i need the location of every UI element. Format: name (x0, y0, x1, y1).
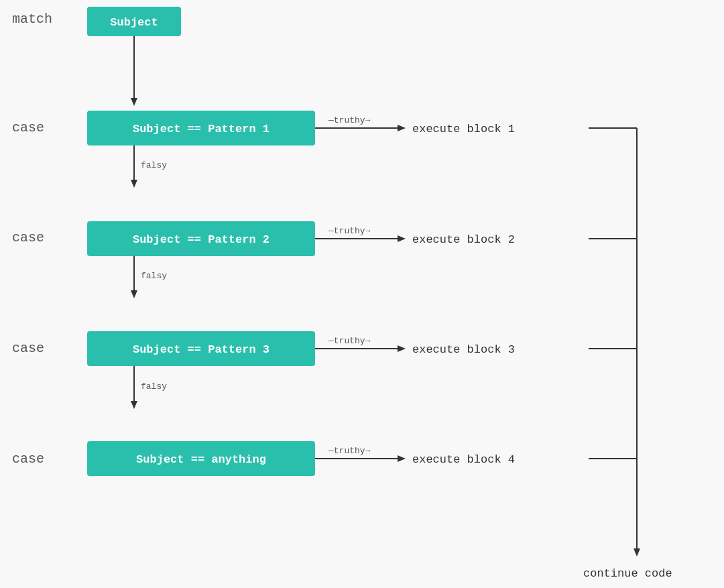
diagram-svg: match Subject case Subject == Pattern 1 … (0, 0, 724, 588)
truthy3-label: —truthy→ (328, 336, 371, 346)
pattern4-label: Subject == anything (136, 453, 266, 466)
arrow-subject-head (131, 98, 137, 106)
case3-keyword: case (12, 341, 44, 356)
truthy4-label: —truthy→ (328, 446, 371, 456)
falsy3-label: falsy (141, 381, 167, 392)
falsy2-head (131, 290, 137, 298)
truthy3-head (398, 345, 406, 352)
truthy2-label: —truthy→ (328, 226, 371, 236)
block4-label: execute block 4 (412, 453, 515, 466)
block3-label: execute block 3 (412, 343, 515, 356)
falsy2-label: falsy (141, 271, 167, 281)
truthy1-label: —truthy→ (328, 115, 371, 125)
case4-keyword: case (12, 451, 44, 467)
diagram: match Subject case Subject == Pattern 1 … (0, 0, 724, 588)
falsy3-head (131, 401, 137, 409)
truthy4-head (398, 455, 406, 462)
continue-label: continue code (583, 567, 672, 580)
falsy1-label: falsy (141, 160, 167, 170)
truthy2-head (398, 235, 406, 242)
falsy1-head (131, 180, 137, 188)
pattern3-label: Subject == Pattern 3 (133, 343, 269, 356)
case1-keyword: case (12, 120, 44, 135)
case2-keyword: case (12, 230, 44, 245)
truthy1-head (398, 125, 406, 131)
match-keyword: match (12, 11, 52, 27)
pattern2-label: Subject == Pattern 2 (133, 233, 269, 246)
subject-box-label: Subject (110, 16, 158, 29)
pattern1-label: Subject == Pattern 1 (133, 123, 269, 135)
block1-label: execute block 1 (412, 123, 515, 135)
right-rail-head (634, 548, 640, 556)
block2-label: execute block 2 (412, 233, 515, 246)
